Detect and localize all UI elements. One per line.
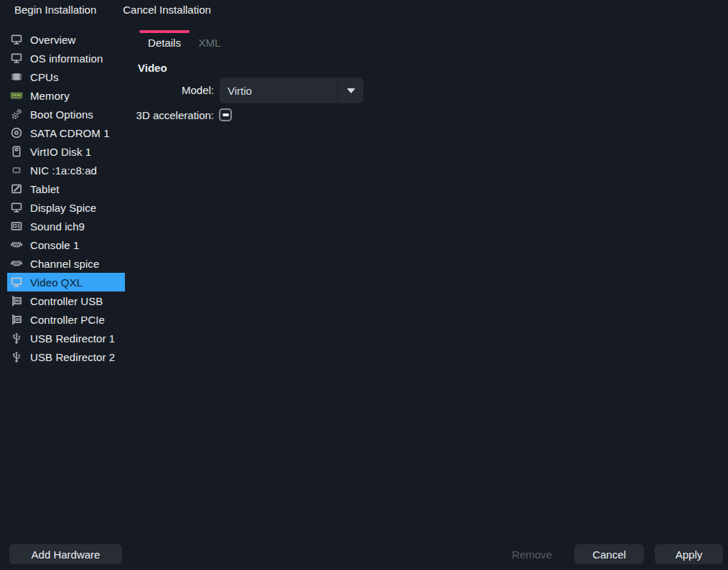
sidebar-item-usb-redirector-1[interactable]: USB Redirector 1: [7, 329, 125, 347]
sidebar-item-label: Sound ich9: [30, 220, 85, 233]
sidebar-item-label: Tablet: [30, 183, 60, 195]
memory-icon: [10, 89, 23, 102]
apply-button[interactable]: Apply: [655, 544, 723, 564]
monitor-icon: [10, 33, 23, 46]
sidebar-item-label: USB Redirector 1: [30, 332, 115, 345]
network-icon: [10, 164, 23, 177]
serial-icon: [10, 257, 23, 270]
tab-details-label: Details: [148, 37, 181, 49]
monitor-icon: [10, 276, 23, 289]
serial-icon: [10, 238, 23, 251]
model-label: Model:: [66, 84, 214, 96]
sidebar-item-usb-redirector-2[interactable]: USB Redirector 2: [7, 347, 125, 366]
hardware-list: OverviewOS informationCPUsMemoryBoot Opt…: [7, 30, 125, 366]
tab-xml[interactable]: XML: [190, 30, 230, 50]
video-model-dropdown[interactable]: Virtio: [220, 78, 363, 103]
soundcard-icon: [10, 220, 23, 233]
begin-installation-button[interactable]: Begin Installation: [6, 1, 105, 18]
cancel-installation-button[interactable]: Cancel Installation: [114, 1, 220, 18]
controller-icon: [10, 294, 23, 307]
cpu-icon: [10, 70, 23, 83]
sidebar-item-label: SATA CDROM 1: [30, 127, 110, 139]
sidebar-item-label: USB Redirector 2: [30, 351, 115, 363]
dropdown-arrow-button[interactable]: [338, 78, 363, 103]
tab-xml-label: XML: [199, 37, 221, 49]
sidebar-item-label: Display Spice: [30, 202, 96, 214]
details-tabbar: Details XML: [139, 30, 230, 50]
sidebar-item-video-qxl[interactable]: Video QXL: [7, 273, 125, 291]
sidebar-item-label: Overview: [30, 34, 75, 46]
tablet-icon: [10, 182, 23, 195]
section-title-video: Video: [138, 62, 167, 74]
sidebar-item-tablet[interactable]: Tablet: [7, 179, 125, 198]
sidebar-item-overview[interactable]: Overview: [7, 30, 125, 49]
cdrom-icon: [10, 126, 23, 139]
sidebar-item-label: NIC :1a:c8:ad: [30, 164, 97, 177]
monitor-icon: [10, 52, 23, 65]
sidebar-item-label: Memory: [30, 90, 70, 102]
sidebar-item-label: Controller PCIe: [30, 314, 105, 326]
sidebar-item-channel-spice[interactable]: Channel spice: [7, 254, 125, 273]
sidebar-item-sound-ich9[interactable]: Sound ich9: [7, 217, 125, 235]
accel-label: 3D acceleration:: [66, 109, 214, 121]
cancel-button[interactable]: Cancel: [574, 544, 644, 564]
tab-details[interactable]: Details: [139, 30, 190, 50]
sidebar-item-label: Console 1: [30, 239, 79, 251]
sidebar-item-controller-usb[interactable]: Controller USB: [7, 291, 125, 310]
sidebar-item-label: VirtIO Disk 1: [30, 146, 91, 158]
vm-config-window: Begin Installation Cancel Installation O…: [0, 0, 728, 570]
indeterminate-dash-icon: [223, 113, 229, 116]
sidebar-item-label: Video QXL: [30, 276, 83, 289]
remove-button[interactable]: Remove: [500, 544, 564, 564]
controller-icon: [10, 313, 23, 326]
video-model-value: Virtio: [220, 85, 337, 97]
sidebar-item-label: Channel spice: [30, 258, 99, 270]
sidebar-item-display-spice[interactable]: Display Spice: [7, 198, 125, 217]
usb-icon: [10, 332, 23, 345]
sidebar-item-label: CPUs: [30, 71, 59, 83]
sidebar-item-virtio-disk-1[interactable]: VirtIO Disk 1: [7, 142, 125, 161]
usb-icon: [10, 350, 23, 363]
sidebar-item-controller-pcie[interactable]: Controller PCIe: [7, 310, 125, 329]
toolbar: Begin Installation Cancel Installation: [0, 0, 728, 19]
sidebar-item-console-1[interactable]: Console 1: [7, 235, 125, 254]
chevron-down-icon: [347, 88, 355, 93]
disk-icon: [10, 145, 23, 158]
accel-checkbox[interactable]: [219, 108, 232, 121]
gears-icon: [10, 108, 23, 121]
sidebar-item-sata-cdrom-1[interactable]: SATA CDROM 1: [7, 123, 125, 142]
sidebar-item-label: OS information: [30, 52, 103, 65]
monitor-icon: [10, 201, 23, 214]
sidebar-item-os-information[interactable]: OS information: [7, 49, 125, 67]
add-hardware-button[interactable]: Add Hardware: [9, 544, 122, 564]
sidebar-item-label: Controller USB: [30, 295, 103, 307]
sidebar-item-nic-1a-c8-ad[interactable]: NIC :1a:c8:ad: [7, 161, 125, 179]
